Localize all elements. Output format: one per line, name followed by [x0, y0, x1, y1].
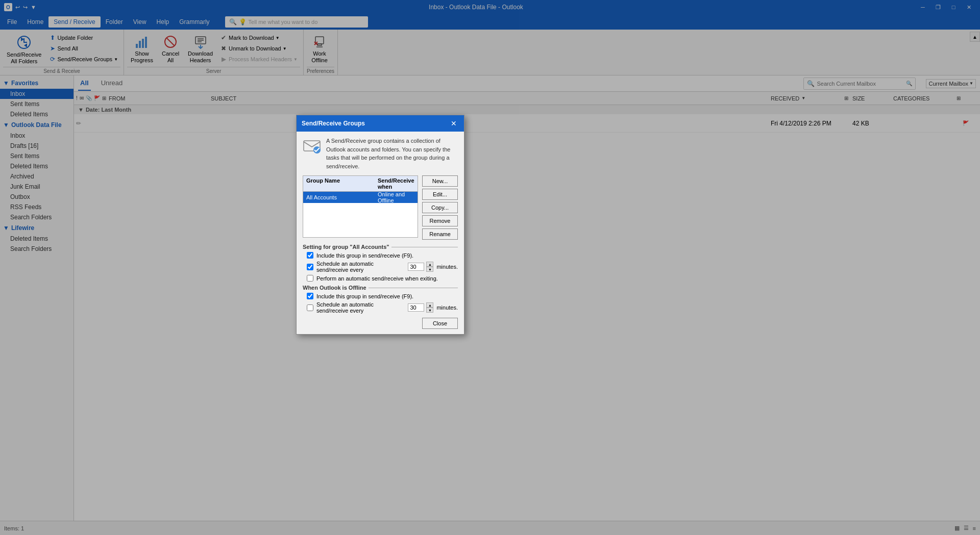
remove-group-button[interactable]: Remove [422, 215, 458, 226]
checkbox-include-online[interactable] [307, 252, 313, 259]
dialog-table-area: Group Name Send/Receive when All Account… [303, 175, 458, 240]
label-perform-exit: Perform an automatic send/receive when e… [316, 275, 438, 282]
dialog-table-body: All Accounts Online and Offline [303, 192, 418, 238]
setting-row-schedule-offline: Schedule an automatic send/receive every… [303, 301, 458, 314]
minutes-spinner-online: ▲ ▼ [426, 262, 433, 272]
dialog-cell-group-name: All Accounts [303, 193, 375, 201]
modal-overlay: Send/Receive Groups ✕ A Send/Receive gro… [0, 0, 980, 535]
dialog-table-wrap: Group Name Send/Receive when All Account… [303, 175, 418, 240]
dialog-intro: A Send/Receive group contains a collecti… [303, 137, 458, 170]
dialog-close-button[interactable]: Close [422, 318, 458, 329]
spin-down-online[interactable]: ▼ [426, 267, 433, 272]
checkbox-perform-exit[interactable] [307, 275, 313, 282]
spin-up-online[interactable]: ▲ [426, 262, 433, 267]
dialog-title: Send/Receive Groups [302, 120, 365, 127]
setting-row-schedule-online: Schedule an automatic send/receive every… [303, 261, 458, 273]
dialog-intro-text: A Send/Receive group contains a collecti… [326, 137, 458, 170]
setting-section-online: Setting for group "All Accounts" Include… [303, 244, 458, 282]
minutes-input-offline[interactable] [408, 303, 424, 312]
dialog-cell-send-receive-when: Online and Offline [375, 190, 418, 205]
spin-down-offline[interactable]: ▼ [426, 308, 433, 313]
dialog-close-row: Close [303, 318, 458, 329]
dialog-table-row-all-accounts[interactable]: All Accounts Online and Offline [303, 192, 418, 203]
new-group-button[interactable]: New... [422, 175, 458, 187]
label-schedule-online: Schedule an automatic send/receive every [316, 261, 405, 273]
dialog-col-send-receive-when: Send/Receive when [375, 176, 418, 191]
checkbox-include-offline[interactable] [307, 293, 313, 299]
setting-row-include-online: Include this group in send/receive (F9). [303, 252, 458, 259]
edit-group-button[interactable]: Edit... [422, 189, 458, 200]
setting-group-label: Setting for group "All Accounts" [303, 244, 458, 250]
dialog-col-group-name: Group Name [303, 176, 375, 191]
setting-section-offline: When Outlook is Offline Include this gro… [303, 285, 458, 314]
dialog-title-bar: Send/Receive Groups ✕ [297, 115, 464, 132]
dialog-body: A Send/Receive group contains a collecti… [297, 132, 464, 334]
rename-group-button[interactable]: Rename [422, 228, 458, 240]
minutes-group-offline: ▲ ▼ [408, 302, 433, 313]
checkbox-schedule-online[interactable] [307, 264, 313, 270]
label-minutes-online: minutes. [436, 264, 458, 270]
dialog-envelope-icon [303, 137, 321, 155]
minutes-spinner-offline: ▲ ▼ [426, 302, 433, 313]
checkbox-schedule-offline[interactable] [307, 304, 313, 311]
setting-row-perform-exit: Perform an automatic send/receive when e… [303, 275, 458, 282]
label-include-online: Include this group in send/receive (F9). [316, 252, 413, 259]
label-schedule-offline: Schedule an automatic send/receive every [316, 301, 405, 314]
copy-group-button[interactable]: Copy... [422, 202, 458, 213]
minutes-group-online: ▲ ▼ [408, 262, 433, 272]
dialog-action-buttons: New... Edit... Copy... Remove Rename [422, 175, 458, 240]
spin-up-offline[interactable]: ▲ [426, 302, 433, 308]
dialog-close-x-button[interactable]: ✕ [449, 118, 459, 129]
minutes-input-online[interactable] [408, 263, 424, 271]
send-receive-groups-dialog: Send/Receive Groups ✕ A Send/Receive gro… [296, 115, 464, 335]
setting-row-include-offline: Include this group in send/receive (F9). [303, 293, 458, 299]
label-minutes-offline: minutes. [436, 304, 458, 311]
label-include-offline: Include this group in send/receive (F9). [316, 293, 413, 299]
offline-section-label: When Outlook is Offline [303, 285, 458, 291]
dialog-table-header: Group Name Send/Receive when [303, 175, 418, 192]
